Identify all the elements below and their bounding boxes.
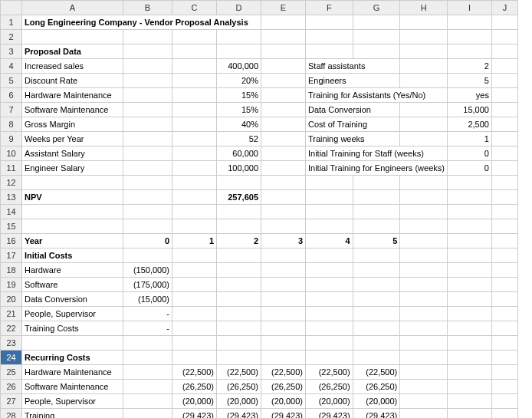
cell-empty[interactable] <box>353 248 400 263</box>
cell[interactable]: (175,000) <box>123 278 172 292</box>
spreadsheet[interactable]: ABCDEFGHIJ1Long Engineering Company - Ve… <box>0 0 518 418</box>
cell-empty[interactable] <box>400 205 448 219</box>
cell-empty[interactable] <box>491 278 517 292</box>
cell[interactable]: 15% <box>217 88 261 103</box>
cell[interactable]: Engineers <box>306 74 400 88</box>
cell-empty[interactable] <box>491 161 517 176</box>
cell-empty[interactable] <box>306 321 353 336</box>
cell[interactable]: (20,000) <box>306 394 353 409</box>
cell[interactable] <box>261 74 306 88</box>
cell[interactable] <box>123 380 172 394</box>
cell-empty[interactable] <box>123 205 172 219</box>
cell-empty[interactable] <box>491 30 517 44</box>
cell-empty[interactable] <box>400 176 448 190</box>
cell-empty[interactable] <box>261 219 306 234</box>
cell-empty[interactable] <box>353 190 400 205</box>
cell[interactable]: (150,000) <box>123 263 172 278</box>
cell-empty[interactable] <box>22 336 123 351</box>
cell-empty[interactable] <box>400 44 448 59</box>
cell-empty[interactable] <box>217 351 261 365</box>
cell[interactable]: Hardware <box>22 263 123 278</box>
cell-empty[interactable] <box>123 176 172 190</box>
cell-empty[interactable] <box>353 292 400 307</box>
cell-empty[interactable] <box>400 365 448 380</box>
cell[interactable]: Staff assistants <box>306 59 400 74</box>
cell-empty[interactable] <box>353 176 400 190</box>
cell-empty[interactable] <box>491 74 517 88</box>
row-header-13[interactable]: 13 <box>1 190 22 205</box>
cell[interactable]: Cost of Training <box>306 117 400 132</box>
cell-empty[interactable] <box>306 292 353 307</box>
cell[interactable] <box>400 59 448 74</box>
cell[interactable]: 0 <box>447 161 491 176</box>
col-header-J[interactable]: J <box>491 1 517 15</box>
cell[interactable]: Long Engineering Company - Vendor Propos… <box>22 15 261 30</box>
cell[interactable]: 100,000 <box>217 161 261 176</box>
cell[interactable]: (26,250) <box>353 380 400 394</box>
cell-empty[interactable] <box>491 336 517 351</box>
cell-empty[interactable] <box>261 263 306 278</box>
cell[interactable]: (22,500) <box>172 365 217 380</box>
cell[interactable]: Discount Rate <box>22 74 123 88</box>
cell-empty[interactable] <box>447 205 491 219</box>
cell[interactable]: Data Conversion <box>306 103 400 117</box>
cell[interactable] <box>123 394 172 409</box>
cell[interactable]: Initial Costs <box>22 248 123 263</box>
cell-empty[interactable] <box>447 190 491 205</box>
cell[interactable]: (22,500) <box>217 365 261 380</box>
cell-empty[interactable] <box>217 44 261 59</box>
cell-empty[interactable] <box>400 190 448 205</box>
row-header-7[interactable]: 7 <box>1 103 22 117</box>
cell-empty[interactable] <box>400 219 448 234</box>
cell-empty[interactable] <box>491 380 517 394</box>
cell[interactable]: 0 <box>447 146 491 161</box>
cell-empty[interactable] <box>491 15 517 30</box>
col-header-C[interactable]: C <box>172 1 217 15</box>
cell[interactable]: 52 <box>217 132 261 146</box>
cell[interactable]: (20,000) <box>217 394 261 409</box>
cell-empty[interactable] <box>447 351 491 365</box>
cell[interactable] <box>261 103 306 117</box>
cell[interactable]: Training for Assistants (Yes/No) <box>306 88 448 103</box>
cell[interactable]: 40% <box>217 117 261 132</box>
cell[interactable] <box>261 88 306 103</box>
cell-empty[interactable] <box>172 30 217 44</box>
cell[interactable]: (22,500) <box>353 365 400 380</box>
row-header-20[interactable]: 20 <box>1 292 22 307</box>
row-header-8[interactable]: 8 <box>1 117 22 132</box>
cell-empty[interactable] <box>400 234 448 248</box>
cell-empty[interactable] <box>306 176 353 190</box>
cell-empty[interactable] <box>447 394 491 409</box>
cell-empty[interactable] <box>306 205 353 219</box>
cell-empty[interactable] <box>447 336 491 351</box>
row-header-9[interactable]: 9 <box>1 132 22 146</box>
cell[interactable]: (20,000) <box>172 394 217 409</box>
cell[interactable]: NPV <box>22 190 123 205</box>
cell[interactable]: (26,250) <box>261 380 306 394</box>
row-header-27[interactable]: 27 <box>1 394 22 409</box>
cell-empty[interactable] <box>306 278 353 292</box>
cell-empty[interactable] <box>261 15 306 30</box>
cell-empty[interactable] <box>447 219 491 234</box>
cell[interactable] <box>172 190 217 205</box>
cell-empty[interactable] <box>491 219 517 234</box>
cell[interactable] <box>400 117 448 132</box>
row-header-6[interactable]: 6 <box>1 88 22 103</box>
cell-empty[interactable] <box>306 219 353 234</box>
row-header-2[interactable]: 2 <box>1 30 22 44</box>
cell[interactable]: Hardware Maintenance <box>22 88 123 103</box>
col-header-I[interactable]: I <box>447 1 491 15</box>
cell-empty[interactable] <box>172 336 217 351</box>
cell-empty[interactable] <box>22 30 123 44</box>
cell-empty[interactable] <box>400 263 448 278</box>
cell[interactable]: (29,423) <box>353 409 400 419</box>
cell-empty[interactable] <box>353 321 400 336</box>
cell-empty[interactable] <box>447 292 491 307</box>
cell[interactable]: Proposal Data <box>22 44 123 59</box>
cell-empty[interactable] <box>22 176 123 190</box>
col-header-E[interactable]: E <box>261 1 306 15</box>
cell[interactable]: (29,423) <box>217 409 261 419</box>
col-header-F[interactable]: F <box>306 1 353 15</box>
cell[interactable]: (29,423) <box>261 409 306 419</box>
cell[interactable] <box>261 146 306 161</box>
